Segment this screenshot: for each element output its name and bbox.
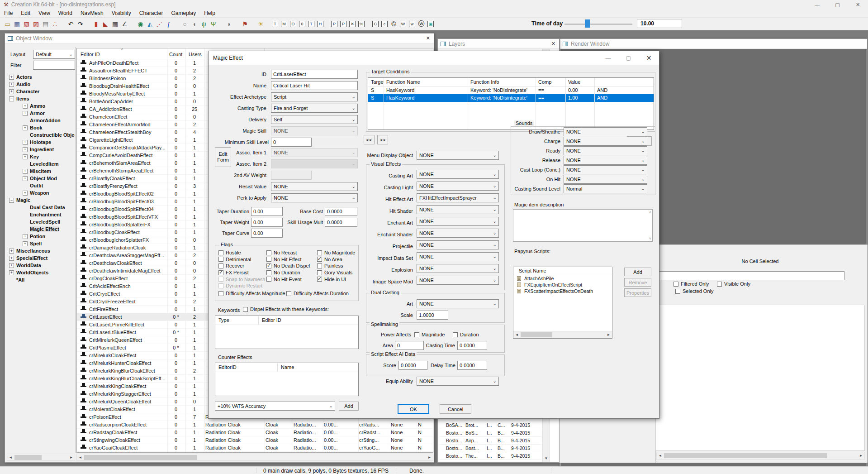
toolbar-icon[interactable]: ✕ [349,21,356,27]
flag-checkbox[interactable]: Painless [317,263,358,269]
checkbox-icon[interactable] [218,291,223,296]
flag-checkbox[interactable]: No Duration [266,269,315,276]
tree-item[interactable]: +Object Mod [7,175,75,182]
checkbox-icon[interactable] [266,277,271,282]
keywords-editorid-header[interactable]: Editor ID [259,316,358,325]
checkbox-icon[interactable] [218,270,223,275]
tree-item[interactable]: +Key [7,153,75,160]
tree-item[interactable]: +Spell [7,240,75,247]
menu-item[interactable]: Help [200,9,219,17]
checkbox-icon[interactable] [317,270,322,275]
visual-effect-combo[interactable]: NONE [417,276,499,285]
tree-expand-icon[interactable]: + [23,125,28,130]
toolbar-icon[interactable]: ƒ [164,19,174,29]
magic-item-description-field[interactable]: ˄ ˅ [513,209,653,242]
visible-only-checkbox[interactable]: Visible Only [717,281,750,287]
toolbar-icon[interactable]: 0 [299,21,305,27]
time-of-day-value[interactable]: 10.00 [637,19,682,28]
toolbar-icon[interactable]: ▣ [427,21,434,27]
counter-editorid-header[interactable]: EditorID [215,363,278,372]
maximize-icon[interactable]: ▢ [618,52,639,64]
toolbar-icon[interactable]: ▧ [22,19,31,29]
resist-value-combo[interactable]: NONE [271,182,358,191]
tree-item[interactable]: +Miscellaneous [7,247,75,254]
layers-row[interactable]: BoSA...Brot... I...C... 9-4-2015 [440,421,541,429]
toolbar-icon[interactable]: c [381,21,388,27]
tree-item[interactable]: +Weapon [7,189,75,196]
keywords-type-header[interactable]: Type [215,316,259,325]
menu-item[interactable]: File [0,9,17,17]
tree-item[interactable]: −Items [7,95,75,102]
toolbar-icon[interactable]: ◣ [101,19,110,29]
tree-expand-icon[interactable]: + [9,270,14,275]
equip-ability-combo[interactable]: NONE [417,377,499,386]
toolbar-icon[interactable]: ⋰ [155,19,164,29]
toolbar-icon[interactable]: ψ [199,19,209,29]
tree-expand-icon[interactable]: + [9,89,14,94]
flag-checkbox[interactable]: No Death Dispel [266,263,315,269]
name-field[interactable]: Critical Laser Hit [271,81,358,90]
visual-effect-combo[interactable]: NONE [417,182,499,191]
tree-expand-icon[interactable]: + [23,154,28,159]
close-icon[interactable]: ✕ [639,52,659,64]
script-name-header[interactable]: Script Name [513,267,612,275]
checkbox-icon[interactable] [317,257,322,262]
tree-item[interactable]: LeveledItem [7,160,75,168]
sound-combo[interactable]: NONE [564,146,647,155]
counter-add-button[interactable]: Add [339,402,359,411]
visual-effect-combo[interactable]: NONE [417,217,499,226]
tree-item[interactable]: +Ingredient [7,146,75,153]
tree-item[interactable]: +MiscItem [7,168,75,175]
filtered-only-checkbox[interactable]: Filtered Only [674,281,709,287]
tree-expand-icon[interactable]: + [9,82,14,87]
checkbox-icon[interactable] [453,332,458,337]
checkbox-icon[interactable] [218,277,223,282]
column-header-count[interactable]: Count [167,48,185,59]
tree-hscrollbar[interactable]: ◄ ► [7,454,75,461]
counter-effects-table[interactable]: EditorID Name [215,363,359,396]
tree-expand-icon[interactable]: + [9,256,14,261]
script-item[interactable]: FXEquipItemOnEffectScript [513,282,612,288]
delivery-combo[interactable]: Self [271,115,358,124]
checkbox-icon[interactable] [218,263,223,268]
visual-effect-combo[interactable]: NONE [417,170,499,179]
checkbox-icon[interactable] [414,332,419,337]
tree-item[interactable]: +WorldObjects [7,269,75,276]
dual-scale-field[interactable]: 1.0000 [417,311,448,320]
list-row[interactable]: crRadstagCloakEffect 0 1 Radiation Cloak… [77,429,433,436]
close-icon[interactable]: ✕ [426,35,430,41]
flag-checkbox[interactable]: Snap to Navmesh [218,276,266,282]
skill-usage-field[interactable]: 0.0000 [325,218,357,227]
visual-effect-combo[interactable]: NONE [417,205,499,214]
tree-expand-icon[interactable]: + [9,249,14,254]
toolbar-icon[interactable]: ▨ [31,19,41,29]
cell-filter-input[interactable] [659,271,844,280]
min-skill-field[interactable]: 0 [271,138,312,147]
script-item[interactable]: FXScatterImpactEffectsOnDeath [513,288,612,294]
toolbar-icon[interactable]: ◭ [145,19,155,29]
menu-item[interactable]: NavMesh [76,9,108,17]
tree-item[interactable]: ArmorAddon [7,117,75,124]
condition-move-down-button[interactable]: >> [377,135,388,144]
minimize-icon[interactable]: — [807,0,827,9]
column-header-users[interactable]: Users [185,48,204,59]
flag-checkbox[interactable]: No Hit Event [266,276,315,282]
toolbar-icon[interactable]: P [340,21,346,27]
sound-combo[interactable]: Normal [564,184,647,193]
close-icon[interactable]: ✕ [551,41,555,47]
layout-combo[interactable]: Default [33,50,75,59]
tree-item[interactable]: −Magic [7,196,75,204]
tree-item[interactable]: +Audio [7,81,75,88]
menu-item[interactable]: Edit [17,9,34,17]
toolbar-icon[interactable]: C [372,21,379,27]
flag-checkbox[interactable]: Recover [218,263,266,269]
condition-row[interactable]: S HasKeyword Keyword: 'NoDisintegrate' =… [368,86,654,94]
toolbar-icon[interactable]: ∴ [50,19,60,29]
flag-checkbox[interactable]: No Hit Effect [266,256,315,263]
toolbar-icon[interactable]: ▦ [12,19,22,29]
list-row[interactable]: crYaoGuaiCloakEffect 0 1 Radiation Cloak… [77,444,433,452]
toolbar-icon[interactable]: Ψ [209,19,218,29]
tree-item[interactable]: LeveledSpell [7,218,75,225]
checkbox-icon[interactable] [243,307,248,312]
casting-time-field[interactable]: 0.0000 [457,341,487,350]
